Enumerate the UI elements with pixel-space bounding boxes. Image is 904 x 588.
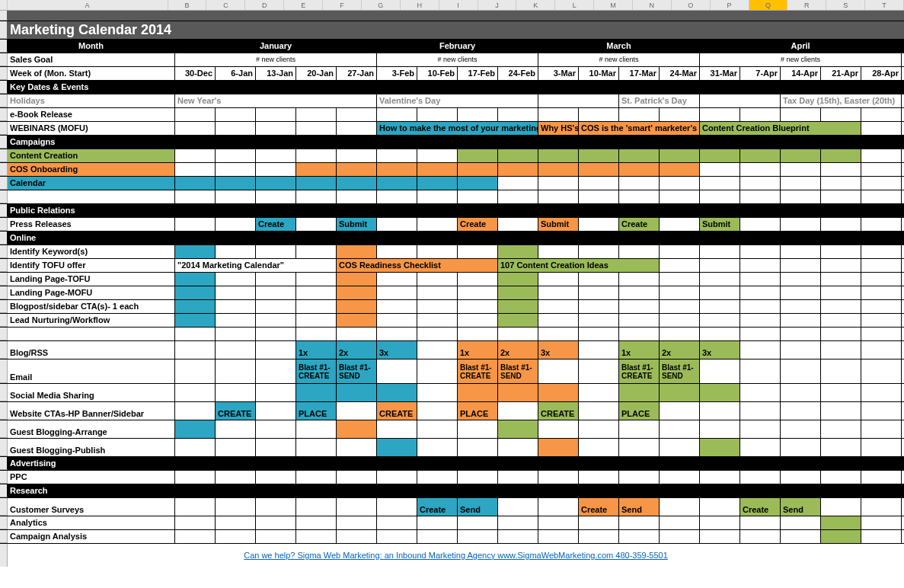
section-advertising: Advertising xyxy=(0,457,904,471)
page-title: Marketing Calendar 2014 xyxy=(8,21,175,39)
campaign-analysis-row: Campaign Analysis xyxy=(0,530,904,544)
week-header-row: Week of (Mon. Start) 30-Dec 6-Jan 13-Jan… xyxy=(0,67,904,81)
ebook-row: e-Book Release xyxy=(0,108,904,122)
title-row: Marketing Calendar 2014 xyxy=(0,21,904,40)
ppc-row: PPC xyxy=(0,471,904,484)
section-online: Online xyxy=(0,232,904,245)
section-research: Research xyxy=(0,484,904,498)
content-creation-row: Content Creation xyxy=(0,149,904,163)
website-cta-row: Website CTAs-HP Banner/Sidebar CREATE PL… xyxy=(0,402,904,420)
blog-rss-row: Blog/RSS 1x 2x 3x 1x 2x 3x 1x 2x 3x xyxy=(0,341,904,360)
holidays-row: Holidays New Year's Valentine's Day St. … xyxy=(0,94,904,108)
press-releases-row: Press Releases Create Submit Create Subm… xyxy=(0,218,904,232)
identify-tofu-row: Identify TOFU offer "2014 Marketing Cale… xyxy=(0,259,904,273)
customer-surveys-row: Customer Surveys Create Send Create Send… xyxy=(0,498,904,516)
section-campaigns: Campaigns xyxy=(0,136,904,149)
analytics-row: Analytics xyxy=(0,516,904,530)
selected-column-q: Q xyxy=(749,0,788,10)
cos-onboarding-row: COS Onboarding xyxy=(0,163,904,177)
blank-row xyxy=(0,328,904,341)
month-apr: April xyxy=(700,40,902,53)
footer-row: Can we help? Sigma Web Marketing: an Inb… xyxy=(0,544,904,567)
sales-goal-label: Sales Goal xyxy=(8,53,175,66)
spacer-row xyxy=(0,11,904,21)
section-key-dates: Key Dates & Events xyxy=(0,81,904,94)
month-jan: January xyxy=(175,40,377,53)
landing-tofu-row: Landing Page-TOFU xyxy=(0,273,904,286)
column-headers: A B C D E F G H I J K L M N O P Q R S T xyxy=(0,0,904,11)
guest-arrange-row: Guest Blogging-Arrange xyxy=(0,420,904,439)
identify-keywords-row: Identify Keyword(s) xyxy=(0,245,904,259)
month-feb: February xyxy=(377,40,538,53)
lead-nurturing-row: Lead Nurturing/Workflow xyxy=(0,314,904,328)
spreadsheet[interactable]: A B C D E F G H I J K L M N O P Q R S T … xyxy=(0,0,904,567)
month-mar: March xyxy=(538,40,700,53)
footer-link[interactable]: Can we help? Sigma Web Marketing: an Inb… xyxy=(8,544,904,567)
week-label: Week of (Mon. Start) xyxy=(8,67,175,80)
guest-publish-row: Guest Blogging-Publish xyxy=(0,439,904,457)
landing-mofu-row: Landing Page-MOFU xyxy=(0,286,904,300)
blank-row xyxy=(0,190,904,204)
section-public-relations: Public Relations xyxy=(0,204,904,218)
email-row: Email Blast #1-CREATE Blast #1-SEND Blas… xyxy=(0,360,904,384)
calendar-row: Calendar xyxy=(0,177,904,190)
month-label: Month xyxy=(8,40,175,53)
blogpost-cta-row: Blogpost/sidebar CTA(s)- 1 each xyxy=(0,300,904,314)
sales-goal-row: Sales Goal # new clients # new clients #… xyxy=(0,53,904,67)
social-row: Social Media Sharing xyxy=(0,384,904,402)
webinars-row: WEBINARS (MOFU) How to make the most of … xyxy=(0,122,904,136)
month-header-row: Month January February March April xyxy=(0,40,904,53)
